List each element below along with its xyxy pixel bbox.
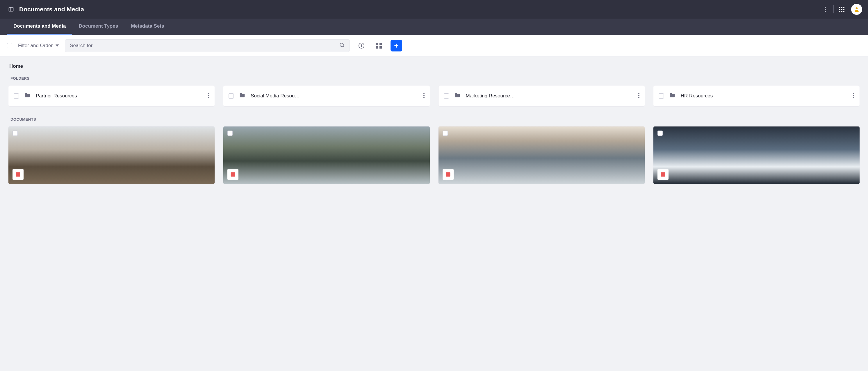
app-title: Documents and Media [19,6,84,13]
folder-card[interactable]: Partner Resources [8,85,215,107]
search-box[interactable] [65,39,350,52]
folders-section-label: FOLDERS [10,76,860,81]
folder-name: HR Resources [681,93,848,99]
svg-rect-10 [843,9,844,10]
folder-icon [239,92,245,100]
folder-name: Marketing Resource… [466,93,633,99]
svg-rect-8 [839,9,840,10]
panel-toggle-icon[interactable] [8,6,14,12]
document-thumbnail [223,126,430,184]
svg-point-34 [638,97,640,98]
svg-rect-12 [841,11,842,12]
svg-point-35 [853,93,854,94]
view-grid-icon[interactable] [373,40,385,52]
info-icon[interactable] [355,40,367,52]
tab-label: Document Types [79,23,118,29]
folder-name: Social Media Resou… [251,93,418,99]
svg-rect-6 [841,7,842,8]
folder-checkbox[interactable] [228,93,234,99]
svg-rect-11 [839,11,840,12]
svg-rect-0 [9,7,13,11]
topbar-divider [833,5,834,13]
folder-checkbox[interactable] [659,93,664,99]
document-checkbox[interactable] [657,130,663,136]
topbar: Documents and Media [0,0,868,19]
svg-point-15 [340,43,343,47]
add-button[interactable] [391,40,402,52]
folder-card[interactable]: HR Resources [653,85,860,107]
topbar-left: Documents and Media [8,6,84,13]
svg-rect-5 [839,7,840,8]
document-card[interactable] [653,126,860,184]
image-type-icon [657,169,669,180]
svg-rect-13 [843,11,844,12]
document-checkbox[interactable] [227,130,232,136]
image-type-icon [12,169,24,180]
tab-metadata-sets[interactable]: Metadata Sets [124,19,170,35]
document-checkbox[interactable] [12,130,18,136]
folder-card[interactable]: Marketing Resource… [438,85,645,107]
folder-options-icon[interactable] [424,93,425,99]
breadcrumb[interactable]: Home [9,63,860,69]
svg-point-27 [208,95,209,96]
document-thumbnail [8,126,215,184]
folder-name: Partner Resources [36,93,203,99]
image-type-icon [442,169,454,180]
svg-point-14 [856,7,858,9]
svg-point-30 [424,95,425,96]
folder-checkbox[interactable] [14,93,19,99]
image-type-icon [227,169,239,180]
folder-icon [669,92,676,100]
folder-options-icon[interactable] [208,93,209,99]
svg-point-4 [825,11,826,12]
search-input[interactable] [70,43,339,49]
svg-point-31 [424,97,425,98]
svg-rect-9 [841,9,842,10]
svg-point-37 [853,97,854,98]
folder-options-icon[interactable] [853,93,854,99]
svg-point-19 [361,44,362,44]
document-thumbnail [653,126,860,184]
filter-order-label: Filter and Order [18,43,53,49]
svg-point-29 [424,93,425,94]
folder-icon [454,92,461,100]
select-all-checkbox[interactable] [7,43,12,48]
documents-section-label: DOCUMENTS [10,117,860,122]
svg-rect-23 [379,46,382,49]
svg-point-32 [638,93,640,94]
folder-options-icon[interactable] [638,93,640,99]
svg-point-26 [208,93,209,94]
document-thumbnail [438,126,645,184]
svg-rect-22 [376,46,378,49]
apps-grid-icon[interactable] [838,6,845,13]
documents-grid [8,126,860,184]
tab-documents-and-media[interactable]: Documents and Media [7,19,72,35]
tab-label: Documents and Media [13,23,66,29]
folder-card[interactable]: Social Media Resou… [223,85,430,107]
svg-rect-21 [379,43,382,45]
svg-rect-7 [843,7,844,8]
topbar-right [822,4,862,15]
document-card[interactable] [223,126,430,184]
caret-down-icon [56,44,59,47]
document-card[interactable] [8,126,215,184]
document-card[interactable] [438,126,645,184]
tab-label: Metadata Sets [131,23,164,29]
tab-document-types[interactable]: Document Types [72,19,124,35]
folder-icon [24,92,31,100]
tabbar: Documents and Media Document Types Metad… [0,19,868,35]
user-avatar[interactable] [851,4,862,15]
document-checkbox[interactable] [442,130,448,136]
topbar-options-icon[interactable] [822,6,829,13]
content-area: Home FOLDERS Partner Resources Social Me… [0,56,868,202]
svg-point-3 [825,9,826,10]
svg-point-33 [638,95,640,96]
filter-order-dropdown[interactable]: Filter and Order [18,43,59,49]
folder-checkbox[interactable] [444,93,449,99]
toolbar: Filter and Order [0,35,868,56]
svg-rect-20 [376,43,378,45]
svg-point-28 [208,97,209,98]
search-icon[interactable] [339,42,345,49]
folders-grid: Partner Resources Social Media Resou… Ma… [8,85,860,107]
svg-point-2 [825,7,826,8]
